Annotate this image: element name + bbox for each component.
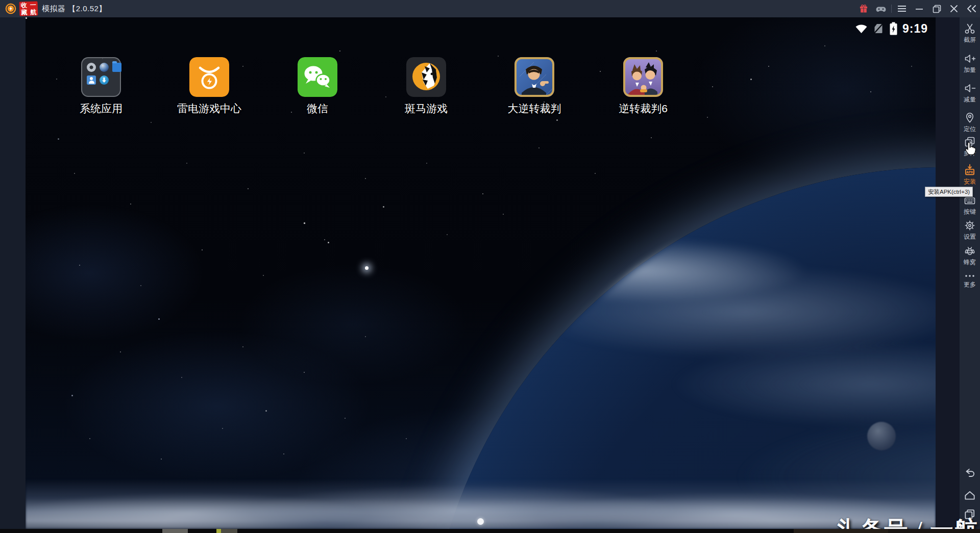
gamepad-button[interactable]	[872, 0, 890, 17]
strip-segment	[794, 529, 888, 533]
channel-stamp-badge: 收一藏航	[19, 1, 38, 16]
zebra-games-icon	[406, 57, 446, 97]
hand-cursor	[964, 141, 977, 159]
nav-back-button[interactable]	[960, 467, 980, 480]
glowing-star	[365, 266, 369, 270]
sidebar-item-settings[interactable]: 设置	[960, 219, 980, 240]
strip-segment	[888, 529, 980, 533]
display-sidebar-gap	[936, 17, 960, 529]
strip-segment	[216, 529, 221, 533]
emulator-workspace: 9:19 系统应用 雷电游戏中心	[0, 17, 980, 533]
location-icon	[964, 112, 976, 124]
great-ace-attorney-icon	[514, 57, 554, 97]
nav-home-button[interactable]	[960, 489, 980, 502]
app-ace-attorney-6[interactable]: 逆转裁判6	[611, 57, 675, 116]
sidebar-item-volume-up[interactable]: 加量	[960, 53, 980, 73]
menu-button[interactable]	[893, 0, 911, 17]
restore-icon	[932, 4, 942, 14]
menu-icon	[897, 4, 907, 14]
wifi-icon	[854, 23, 868, 34]
app-great-ace-attorney[interactable]: 大逆转裁判	[503, 57, 566, 116]
bottom-video-strip	[0, 529, 980, 533]
restore-button[interactable]	[928, 0, 945, 17]
gamepad-icon	[875, 3, 887, 15]
app-system-folder[interactable]: 系统应用	[69, 57, 133, 116]
close-button[interactable]	[945, 0, 963, 17]
sidebar-item-hive[interactable]: 蜂窝	[960, 245, 980, 266]
battery-charging-icon	[889, 21, 898, 36]
settings-mini-icon	[87, 63, 96, 72]
app-label: 微信	[307, 101, 328, 116]
downloads-mini-icon	[100, 75, 109, 85]
more-dots-icon	[964, 272, 976, 280]
ldplayer-logo-icon	[5, 3, 16, 14]
contacts-mini-icon	[87, 75, 96, 85]
sidebar-item-install-apk[interactable]: APK 安装	[960, 163, 980, 185]
files-mini-icon	[112, 63, 121, 72]
wechat-icon	[298, 57, 337, 97]
app-label: 雷电游戏中心	[177, 101, 241, 116]
no-sim-icon	[873, 22, 885, 35]
app-ld-game-center[interactable]: 雷电游戏中心	[178, 57, 241, 116]
gift-icon	[859, 4, 869, 14]
ace-attorney-6-icon	[623, 57, 663, 97]
settings-icon	[964, 219, 976, 232]
home-pager-dot	[477, 518, 484, 525]
strip-segment	[162, 529, 188, 533]
bee-hive-icon	[964, 245, 976, 257]
android-display: 9:19 系统应用 雷电游戏中心	[26, 17, 936, 529]
strip-segment	[221, 529, 237, 533]
system-apps-folder-icon	[81, 57, 121, 97]
volume-down-icon	[964, 82, 976, 94]
sidebar-item-volume-down[interactable]: 减量	[960, 82, 980, 103]
gift-button[interactable]	[855, 0, 872, 17]
clock: 9:19	[902, 22, 928, 36]
starfield-bright	[26, 17, 27, 19]
window-title: 模拟器 【2.0.52】	[42, 4, 107, 14]
ld-game-center-icon	[189, 57, 229, 97]
install-apk-tooltip: 安装APK(ctrl+3)	[925, 187, 973, 197]
minimize-button[interactable]	[911, 0, 928, 17]
faint-moon	[867, 422, 896, 450]
close-icon	[949, 4, 959, 13]
app-wechat[interactable]: 微信	[286, 57, 349, 116]
scissors-icon	[964, 22, 976, 35]
sidebar-item-location[interactable]: 定位	[960, 112, 980, 133]
app-zebra-games[interactable]: 斑马游戏	[395, 57, 458, 116]
titlebar-divider	[891, 5, 892, 13]
home-icon	[963, 489, 976, 502]
collapse-sidebar-button[interactable]	[963, 0, 980, 17]
app-label: 逆转裁判6	[619, 101, 668, 116]
sidebar-item-screenshot[interactable]: 截屏	[960, 22, 980, 43]
collapse-icon	[966, 4, 977, 13]
sidebar-item-more[interactable]: 更多	[960, 272, 980, 288]
back-icon	[963, 467, 976, 480]
minimize-icon	[915, 4, 924, 13]
app-label: 大逆转裁判	[508, 101, 561, 116]
sidebar-item-keymapping[interactable]: 按键	[960, 194, 980, 215]
android-status-bar: 9:19	[854, 20, 928, 37]
install-apk-icon: APK	[963, 163, 976, 176]
toolbar-sidebar: 截屏 加量 减量 定位	[960, 17, 980, 533]
app-label: 斑马游戏	[405, 101, 448, 116]
svg-text:APK: APK	[966, 170, 973, 174]
window-titlebar: 收一藏航 模拟器 【2.0.52】	[0, 0, 980, 17]
volume-up-icon	[964, 53, 976, 65]
app-label: 系统应用	[80, 101, 122, 116]
browser-mini-icon	[100, 63, 109, 72]
